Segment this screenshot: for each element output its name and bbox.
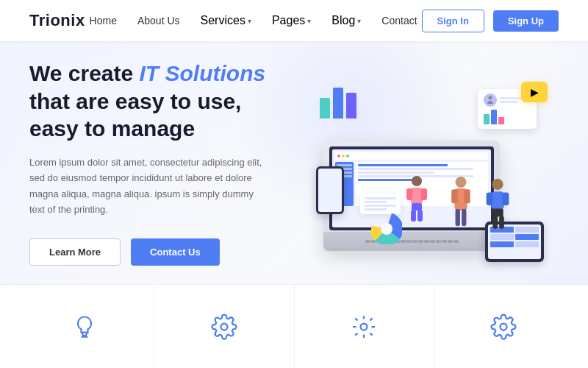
feature-item-4 bbox=[434, 285, 573, 368]
svg-point-18 bbox=[492, 179, 503, 190]
svg-rect-14 bbox=[421, 188, 427, 200]
svg-rect-23 bbox=[492, 216, 498, 229]
nav-item-blog[interactable]: Blog bbox=[331, 14, 361, 27]
key bbox=[418, 240, 423, 243]
pbar-2 bbox=[491, 110, 497, 124]
svg-point-4 bbox=[381, 223, 392, 235]
bar-1 bbox=[320, 98, 330, 118]
svg-point-11 bbox=[412, 176, 422, 186]
paper-line bbox=[365, 197, 396, 199]
key bbox=[365, 240, 370, 243]
features-section bbox=[0, 284, 588, 368]
pie-chart bbox=[371, 213, 402, 247]
tcell bbox=[515, 234, 539, 240]
svg-rect-22 bbox=[492, 208, 503, 216]
key bbox=[436, 240, 441, 243]
svg-rect-19 bbox=[491, 191, 504, 209]
svg-rect-8 bbox=[464, 189, 470, 203]
learn-more-button[interactable]: Learn More bbox=[29, 238, 121, 266]
svg-point-0 bbox=[489, 96, 492, 100]
content-line bbox=[358, 168, 473, 170]
bar-3 bbox=[346, 93, 356, 118]
pline bbox=[500, 101, 518, 103]
nav-item-services[interactable]: Services bbox=[201, 14, 251, 27]
illustration-container: ▶ bbox=[301, 67, 551, 273]
key bbox=[412, 240, 417, 243]
gear-cog-svg bbox=[211, 314, 237, 340]
play-icon: ▶ bbox=[531, 86, 539, 98]
hero-description: Lorem ipsum dolor sit amet, consectetur … bbox=[29, 155, 265, 218]
gear-advanced-svg bbox=[490, 314, 517, 340]
phone-screen bbox=[318, 169, 342, 212]
svg-rect-10 bbox=[462, 209, 466, 226]
svg-rect-21 bbox=[503, 192, 509, 205]
svg-rect-13 bbox=[406, 188, 412, 200]
svg-rect-16 bbox=[411, 210, 416, 222]
tcell bbox=[515, 241, 539, 247]
tcell bbox=[515, 227, 539, 233]
gear-cog-icon bbox=[207, 309, 242, 344]
brand-logo[interactable]: Trionix bbox=[29, 11, 85, 30]
hero-title: We create IT Solutions that are easy to … bbox=[29, 60, 294, 143]
hero-buttons: Learn More Contact Us bbox=[29, 238, 294, 266]
pie-chart-svg bbox=[371, 213, 402, 244]
key bbox=[406, 240, 412, 243]
svg-rect-7 bbox=[451, 189, 458, 203]
key bbox=[424, 240, 429, 243]
hero-section: We create IT Solutions that are easy to … bbox=[0, 41, 588, 284]
bar-2 bbox=[333, 88, 343, 118]
svg-rect-17 bbox=[417, 210, 423, 222]
svg-rect-20 bbox=[487, 192, 493, 205]
hero-illustration: ▶ bbox=[294, 41, 559, 284]
avatar bbox=[484, 93, 497, 107]
hero-title-highlight: IT Solutions bbox=[140, 61, 266, 85]
hero-title-part1: We create bbox=[29, 61, 140, 85]
lightbulb-icon bbox=[67, 309, 102, 344]
svg-point-25 bbox=[220, 323, 227, 330]
paper-line bbox=[365, 201, 387, 203]
svg-point-26 bbox=[361, 323, 368, 330]
key bbox=[442, 240, 447, 243]
nav-auth-buttons: Sign In Sign Up bbox=[422, 10, 559, 32]
nav-item-contact[interactable]: Contact bbox=[381, 14, 417, 27]
svg-rect-9 bbox=[456, 209, 460, 226]
signup-button[interactable]: Sign Up bbox=[493, 10, 559, 32]
signin-button[interactable]: Sign In bbox=[422, 10, 484, 32]
person-svg-2 bbox=[401, 171, 433, 230]
feature-item-3 bbox=[295, 285, 434, 368]
feature-item-1 bbox=[15, 285, 154, 368]
paper-line bbox=[365, 205, 396, 207]
content-line bbox=[358, 164, 448, 166]
pbar-3 bbox=[498, 117, 504, 124]
hero-content: We create IT Solutions that are easy to … bbox=[29, 60, 294, 265]
nav-item-pages[interactable]: Pages bbox=[272, 14, 311, 27]
dot-yellow bbox=[342, 155, 345, 158]
document-card bbox=[360, 194, 401, 214]
svg-rect-15 bbox=[412, 203, 422, 210]
person-svg-1 bbox=[445, 176, 477, 235]
key bbox=[453, 240, 459, 243]
dot-green bbox=[346, 155, 349, 158]
feature-item-2 bbox=[154, 285, 294, 368]
navbar: Trionix Home About Us Services Pages Blo… bbox=[0, 0, 588, 41]
svg-rect-12 bbox=[411, 188, 423, 204]
tcell bbox=[490, 241, 514, 247]
notification-badge: ▶ bbox=[521, 82, 548, 102]
person-svg-3 bbox=[481, 176, 514, 235]
settings-tool-icon bbox=[346, 309, 381, 344]
profile-bars bbox=[484, 110, 531, 124]
lightbulb-svg bbox=[71, 314, 98, 340]
key bbox=[448, 240, 453, 243]
nav-item-about[interactable]: About Us bbox=[137, 14, 180, 27]
gear-advanced-icon bbox=[486, 309, 521, 344]
hero-title-part2: that are easy to use, easy to manage bbox=[29, 89, 241, 141]
pbar-1 bbox=[484, 114, 490, 124]
screen-header bbox=[335, 152, 488, 160]
paper-line bbox=[365, 208, 387, 210]
contact-us-button[interactable]: Contact Us bbox=[131, 238, 220, 266]
svg-point-5 bbox=[456, 177, 467, 188]
mobile-phone bbox=[316, 166, 344, 214]
nav-item-home[interactable]: Home bbox=[90, 14, 117, 27]
bar-chart bbox=[320, 78, 356, 118]
person-figure-1 bbox=[445, 176, 477, 238]
